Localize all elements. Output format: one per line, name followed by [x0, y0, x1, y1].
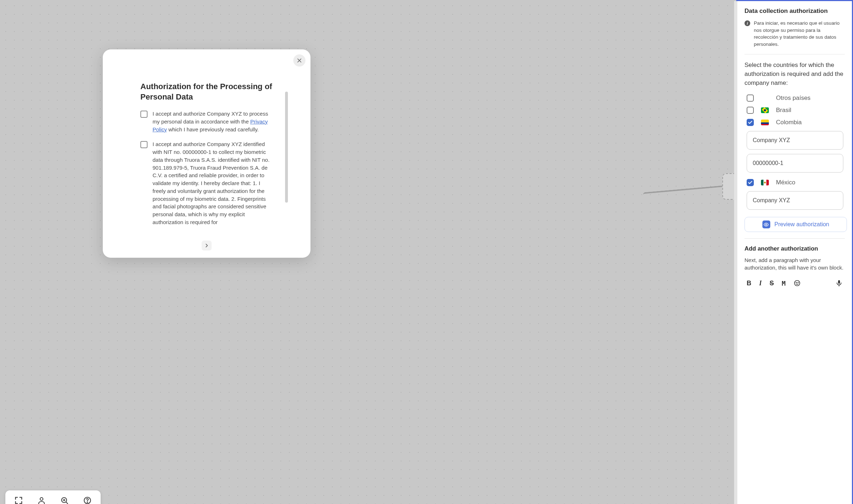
- colombia-company-input[interactable]: [747, 131, 843, 150]
- country-row-mexico: México: [744, 179, 845, 186]
- country-checkbox-mexico[interactable]: [747, 179, 754, 186]
- authorization-modal: Authorization for the Processing of Pers…: [103, 49, 310, 258]
- country-checkbox-colombia[interactable]: [747, 119, 754, 126]
- check-icon: [748, 180, 753, 185]
- info-icon: i: [744, 20, 750, 26]
- person-button[interactable]: [36, 495, 47, 504]
- add-authorization-title: Add another authorization: [744, 245, 845, 252]
- flag-mexico-icon: [761, 180, 769, 185]
- check-icon: [748, 120, 753, 125]
- preview-icon-badge: [762, 220, 770, 228]
- modal-body: Authorization for the Processing of Pers…: [115, 60, 298, 238]
- consent-item-1: I accept and authorize Company XYZ to pr…: [140, 110, 273, 133]
- consent-1-checkbox[interactable]: [140, 111, 148, 118]
- consent-2-checkbox[interactable]: [140, 141, 148, 148]
- mexico-company-input[interactable]: [747, 191, 843, 210]
- emoji-icon: [794, 280, 801, 287]
- monospace-button[interactable]: M: [782, 280, 786, 287]
- country-label-brasil: Brasil: [776, 107, 791, 114]
- panel-info-text: Para iniciar, es necesario que el usuari…: [754, 20, 845, 48]
- panel-scroll-track[interactable]: [734, 1, 737, 504]
- flag-brasil-icon: [761, 107, 769, 113]
- fullscreen-button[interactable]: [13, 495, 24, 504]
- consent-item-2: I accept and authorize Company XYZ ident…: [140, 140, 273, 226]
- voice-input-button[interactable]: [835, 279, 843, 287]
- eye-icon: [763, 222, 769, 227]
- svg-point-11: [796, 282, 797, 283]
- preview-authorization-button[interactable]: Preview authorization: [744, 217, 847, 232]
- consent-1-suffix: which I have previously read carefully.: [167, 126, 259, 132]
- zoom-plus-icon: [60, 496, 69, 504]
- person-icon: [37, 496, 46, 504]
- colombia-id-input[interactable]: [747, 154, 843, 173]
- preview-button-label: Preview authorization: [775, 221, 829, 228]
- country-label-mexico: México: [776, 179, 795, 186]
- flag-colombia-icon: [761, 120, 769, 125]
- country-row-otros: Otros países: [744, 94, 845, 102]
- country-row-brasil: Brasil: [744, 107, 845, 114]
- canvas-toolbar: [5, 490, 101, 504]
- svg-point-10: [794, 281, 800, 286]
- panel-info-box: i Para iniciar, es necesario que el usua…: [744, 20, 845, 48]
- country-label-colombia: Colombia: [776, 119, 802, 126]
- strikethrough-button[interactable]: S: [770, 280, 774, 287]
- svg-line-4: [66, 502, 68, 504]
- italic-button[interactable]: I: [759, 280, 762, 287]
- svg-rect-13: [838, 280, 840, 284]
- svg-point-2: [40, 498, 43, 500]
- chevron-right-icon: [204, 243, 209, 248]
- country-label-otros: Otros países: [776, 94, 810, 102]
- panel-title: Data collection authorization: [744, 8, 845, 15]
- country-section-label: Select the countries for which the autho…: [744, 61, 845, 87]
- zoom-button[interactable]: [59, 495, 70, 504]
- canvas-area[interactable]: Authorization for the Processing of Pers…: [0, 0, 736, 504]
- divider: [744, 238, 845, 239]
- bold-button[interactable]: B: [747, 280, 751, 287]
- country-row-colombia: Colombia: [744, 119, 845, 126]
- country-checkbox-brasil[interactable]: [747, 107, 754, 114]
- settings-panel: Data collection authorization i Para ini…: [736, 0, 853, 504]
- modal-next-button[interactable]: [202, 241, 212, 251]
- svg-point-9: [766, 224, 767, 225]
- fullscreen-icon: [14, 496, 23, 504]
- modal-scrollbar[interactable]: [285, 92, 288, 203]
- emoji-button[interactable]: [794, 280, 801, 287]
- consent-1-text: I accept and authorize Company XYZ to pr…: [153, 110, 273, 133]
- modal-title: Authorization for the Processing of Pers…: [140, 82, 273, 102]
- consent-2-text: I accept and authorize Company XYZ ident…: [153, 140, 273, 226]
- help-button[interactable]: [82, 495, 93, 504]
- svg-point-8: [87, 502, 88, 503]
- country-checkbox-otros[interactable]: [747, 94, 754, 102]
- help-icon: [83, 496, 92, 504]
- microphone-icon: [835, 279, 843, 287]
- add-authorization-text: Next, add a paragraph with your authoriz…: [744, 256, 845, 271]
- divider: [744, 54, 845, 54]
- format-toolbar: B I S M: [744, 278, 845, 289]
- svg-point-12: [798, 282, 799, 283]
